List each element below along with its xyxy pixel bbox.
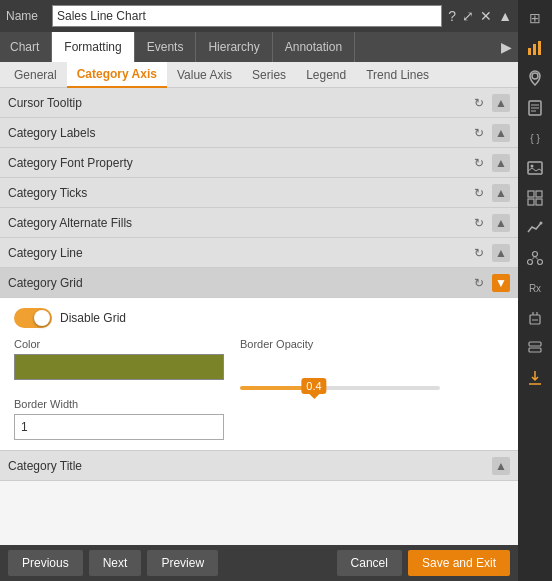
svg-point-9	[531, 165, 534, 168]
tabs-row1: Chart Formatting Events Hierarchy Annota…	[0, 32, 518, 62]
preview-button[interactable]: Preview	[147, 550, 218, 576]
next-button[interactable]: Next	[89, 550, 142, 576]
svg-line-19	[535, 257, 538, 260]
tab-hierarchy[interactable]: Hierarchy	[196, 32, 272, 62]
collapse-icon-2[interactable]: ▲	[492, 154, 510, 172]
tab-trend-lines[interactable]: Trend Lines	[356, 62, 439, 88]
tabs-nav-next[interactable]: ▶	[497, 39, 516, 55]
collapse-icon-4[interactable]: ▲	[492, 214, 510, 232]
refresh-icon-2[interactable]: ↻	[470, 154, 488, 172]
color-label: Color	[14, 338, 224, 350]
help-icon[interactable]: ?	[448, 8, 456, 24]
sidebar-doc-icon[interactable]	[520, 94, 550, 122]
collapse-icon-3[interactable]: ▲	[492, 184, 510, 202]
svg-rect-2	[538, 41, 541, 55]
expanded-panel-category-grid: Disable Grid Color Border Opacity 0.4	[0, 298, 518, 451]
sidebar-dashboard-icon[interactable]: ⊞	[520, 4, 550, 32]
sidebar-group-icon[interactable]	[520, 244, 550, 272]
refresh-icon-4[interactable]: ↻	[470, 214, 488, 232]
sidebar-map-icon[interactable]	[520, 64, 550, 92]
svg-point-3	[532, 73, 538, 79]
name-input[interactable]	[52, 5, 442, 27]
accordion-category-title[interactable]: Category Title ▲	[0, 451, 518, 481]
disable-grid-toggle[interactable]	[14, 308, 52, 328]
accordion-category-font[interactable]: Category Font Property ↻ ▲	[0, 148, 518, 178]
sidebar-rx-icon[interactable]: Rx	[520, 274, 550, 302]
svg-point-16	[528, 260, 533, 265]
opacity-tooltip: 0.4	[301, 378, 326, 394]
tab-value-axis[interactable]: Value Axis	[167, 62, 242, 88]
color-group: Color	[14, 338, 224, 390]
toggle-thumb	[34, 310, 50, 326]
svg-line-18	[532, 257, 535, 260]
tab-chart[interactable]: Chart	[2, 32, 52, 62]
tab-formatting[interactable]: Formatting	[52, 32, 134, 62]
sidebar-analytics-icon[interactable]	[520, 214, 550, 242]
expand-icon-6[interactable]: ▼	[492, 274, 510, 292]
svg-rect-24	[529, 342, 541, 346]
accordion-category-fills[interactable]: Category Alternate Fills ↻ ▲	[0, 208, 518, 238]
accordion-category-ticks[interactable]: Category Ticks ↻ ▲	[0, 178, 518, 208]
accordion-category-line[interactable]: Category Line ↻ ▲	[0, 238, 518, 268]
refresh-icon-5[interactable]: ↻	[470, 244, 488, 262]
toggle-track	[14, 308, 52, 328]
tab-events[interactable]: Events	[135, 32, 197, 62]
refresh-icon-3[interactable]: ↻	[470, 184, 488, 202]
collapse-icon-1[interactable]: ▲	[492, 124, 510, 142]
color-swatch[interactable]	[14, 354, 224, 380]
color-opacity-row: Color Border Opacity 0.4	[14, 338, 504, 390]
border-width-input[interactable]	[14, 414, 224, 440]
close-icon[interactable]: ✕	[480, 8, 492, 24]
refresh-icon-6[interactable]: ↻	[470, 274, 488, 292]
accordion-cursor-tooltip[interactable]: Cursor Tooltip ↻ ▲	[0, 88, 518, 118]
name-label: Name	[6, 9, 46, 23]
sidebar-image-icon[interactable]	[520, 154, 550, 182]
opacity-slider-thumb[interactable]: 0.4	[301, 378, 326, 394]
tab-annotation[interactable]: Annotation	[273, 32, 355, 62]
svg-rect-11	[536, 191, 542, 197]
border-opacity-group: Border Opacity 0.4	[240, 338, 504, 390]
toggle-row: Disable Grid	[14, 308, 504, 328]
cancel-button[interactable]: Cancel	[337, 550, 402, 576]
accordion-category-labels[interactable]: Category Labels ↻ ▲	[0, 118, 518, 148]
svg-rect-0	[528, 48, 531, 55]
tab-general[interactable]: General	[4, 62, 67, 88]
svg-rect-1	[533, 44, 536, 55]
svg-point-17	[538, 260, 543, 265]
save-exit-button[interactable]: Save and Exit	[408, 550, 510, 576]
tab-category-axis[interactable]: Category Axis	[67, 62, 167, 88]
tab-legend[interactable]: Legend	[296, 62, 356, 88]
collapse-icon-0[interactable]: ▲	[492, 94, 510, 112]
border-width-group: Border Width	[14, 398, 504, 440]
footer: Previous Next Preview Cancel Save and Ex…	[0, 545, 518, 581]
svg-point-15	[533, 252, 538, 257]
svg-rect-10	[528, 191, 534, 197]
svg-rect-13	[536, 199, 542, 205]
move-icon[interactable]: ⤢	[462, 8, 474, 24]
sidebar-layers-icon[interactable]	[520, 334, 550, 362]
right-sidebar: ⊞ { }	[518, 0, 552, 581]
border-width-label: Border Width	[14, 398, 504, 410]
sidebar-chart-icon[interactable]	[520, 34, 550, 62]
sidebar-code-icon[interactable]: { }	[520, 124, 550, 152]
svg-rect-12	[528, 199, 534, 205]
expand-icon-title[interactable]: ▲	[492, 457, 510, 475]
opacity-slider-track[interactable]: 0.4	[240, 386, 440, 390]
svg-point-14	[540, 222, 543, 225]
disable-grid-label: Disable Grid	[60, 311, 126, 325]
accordion-category-grid[interactable]: Category Grid ↻ ▼	[0, 268, 518, 298]
content-area: Cursor Tooltip ↻ ▲ Category Labels ↻ ▲ C…	[0, 88, 518, 545]
tab-series[interactable]: Series	[242, 62, 296, 88]
border-opacity-label: Border Opacity	[240, 338, 504, 350]
svg-rect-25	[529, 348, 541, 352]
nav-up-icon[interactable]: ▲	[498, 8, 512, 24]
sidebar-download-icon[interactable]	[520, 364, 550, 392]
tabs-row2: General Category Axis Value Axis Series …	[0, 62, 518, 88]
refresh-icon-1[interactable]: ↻	[470, 124, 488, 142]
collapse-icon-5[interactable]: ▲	[492, 244, 510, 262]
refresh-icon-0[interactable]: ↻	[470, 94, 488, 112]
sidebar-plugin-icon[interactable]	[520, 304, 550, 332]
previous-button[interactable]: Previous	[8, 550, 83, 576]
sidebar-grid-icon[interactable]	[520, 184, 550, 212]
svg-rect-8	[528, 162, 542, 174]
